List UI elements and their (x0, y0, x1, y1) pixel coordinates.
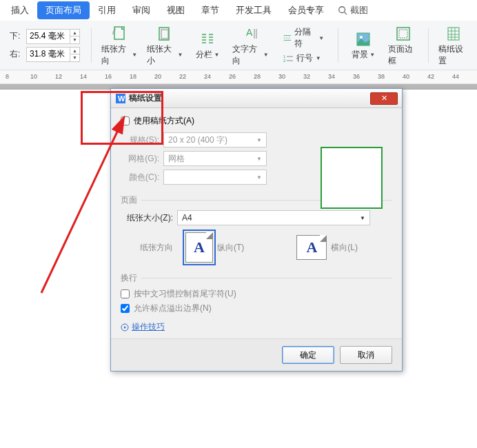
ruler-tick: 28 (254, 73, 261, 80)
text-direction-label: 文字方向 (232, 43, 261, 67)
svg-rect-4 (161, 30, 168, 39)
spec-select[interactable]: 20 x 20 (400 字)▼ (163, 132, 267, 147)
margin-right-input[interactable] (27, 50, 70, 59)
grid-value: 网格 (168, 153, 185, 165)
portrait-icon: A (185, 232, 213, 263)
section-page-label: 页面 (121, 194, 137, 206)
ribbon-separator (428, 28, 429, 63)
dialog-titlebar[interactable]: W 稿纸设置 ✕ (111, 89, 402, 108)
ruler-tick: 24 (204, 73, 211, 80)
text-direction-icon: A (241, 24, 261, 43)
svg-text:W: W (118, 94, 125, 103)
menu-insert[interactable]: 插入 (3, 1, 37, 19)
ok-button[interactable]: 确定 (282, 346, 334, 364)
paper-size-icon (155, 24, 174, 43)
manuscript-label: 稿纸设置 (438, 43, 469, 67)
manuscript-preview (321, 147, 383, 209)
menu-chapter[interactable]: 章节 (193, 1, 227, 19)
use-manuscript-checkbox[interactable] (121, 116, 130, 125)
cjk-wrap-label: 按中文习惯控制首尾字符(U) (134, 288, 236, 300)
close-button[interactable]: ✕ (370, 92, 398, 105)
horizontal-ruler: 810121416182022242628303234363840424446 (0, 70, 477, 84)
menu-page-layout[interactable]: 页面布局 (37, 1, 90, 19)
svg-text:A: A (246, 27, 253, 38)
spec-label: 规格(S): (121, 134, 159, 146)
margin-bottom-input[interactable] (27, 32, 70, 41)
dialog-icon: W (115, 93, 126, 104)
punct-overflow-checkbox[interactable] (121, 304, 130, 313)
paper-size-button[interactable]: 纸张大小▼ (144, 23, 185, 68)
paper-orientation-icon (110, 24, 129, 43)
background-label: 背景 (352, 49, 368, 61)
ruler-tick: 22 (179, 73, 186, 80)
paper-size-label: 纸张大小(Z): (121, 212, 173, 224)
columns-icon (198, 30, 217, 49)
ruler-tick: 20 (154, 73, 161, 80)
menu-references[interactable]: 引用 (90, 1, 124, 19)
background-icon (354, 30, 373, 49)
menu-dev-tools[interactable]: 开发工具 (227, 1, 280, 19)
chevron-down-icon: ▼ (263, 52, 269, 58)
use-manuscript-label: 使用稿纸方式(A) (134, 115, 194, 127)
chevron-down-icon: ▼ (214, 52, 219, 58)
menu-review[interactable]: 审阅 (124, 1, 159, 19)
ruler-tick: 32 (303, 73, 310, 80)
manuscript-settings-dialog: W 稿纸设置 ✕ 使用稿纸方式(A) 规格(S): 20 x 20 (400 字… (110, 88, 403, 371)
ruler-tick: 18 (130, 73, 136, 80)
margin-bottom-label: 下: (10, 30, 26, 42)
page-border-button[interactable]: 页面边框 (385, 23, 421, 68)
line-number-icon: 12 (283, 54, 294, 63)
ribbon: 下: ▲▼ 右: ▲▼ 纸张方向▼ 纸张大小▼ 分栏▼ A 文字方向▼ (0, 21, 477, 70)
background-button[interactable]: 背景▼ (345, 28, 381, 62)
tips-link[interactable]: 操作技巧 (121, 321, 392, 333)
manuscript-button[interactable]: 稿纸设置 (436, 23, 471, 68)
menu-bar: 插入 页面布局 引用 审阅 视图 章节 开发工具 会员专享 截图 (0, 0, 477, 21)
portrait-option[interactable]: A 纵向(T) (185, 232, 244, 263)
ruler-tick: 40 (403, 73, 409, 80)
spinner-up-icon[interactable]: ▲ (70, 48, 79, 54)
manuscript-icon (444, 24, 463, 43)
ruler-tick: 10 (30, 73, 37, 80)
close-icon: ✕ (381, 94, 387, 103)
menu-view[interactable]: 视图 (159, 1, 193, 19)
tips-label: 操作技巧 (132, 321, 165, 333)
ruler-tick: 14 (80, 73, 87, 80)
chevron-down-icon: ▼ (316, 55, 321, 61)
section-wrap-label: 换行 (121, 272, 137, 284)
page-border-label: 页面边框 (388, 43, 418, 67)
spinner-up-icon[interactable]: ▲ (70, 30, 79, 37)
spinner-down-icon[interactable]: ▼ (70, 54, 79, 61)
chevron-down-icon: ▼ (360, 215, 365, 221)
margin-right-label: 右: (10, 48, 26, 60)
chevron-down-icon: ▼ (132, 52, 137, 58)
cjk-wrap-checkbox[interactable] (121, 289, 130, 298)
grid-select[interactable]: 网格▼ (163, 151, 267, 166)
separator-button[interactable]: 分隔符▼ (280, 25, 327, 51)
margin-bottom-spinner[interactable]: ▲▼ (26, 29, 80, 44)
ribbon-separator (91, 28, 92, 63)
landscape-icon: A (296, 235, 327, 260)
margin-right-spinner[interactable]: ▲▼ (26, 47, 80, 62)
cancel-button[interactable]: 取消 (340, 346, 392, 364)
dialog-title: 稿纸设置 (129, 92, 162, 104)
punct-overflow-label: 允许标点溢出边界(N) (134, 303, 212, 314)
paper-orientation-button[interactable]: 纸张方向▼ (99, 23, 140, 68)
text-direction-button[interactable]: A 文字方向▼ (230, 23, 271, 68)
paper-size-select[interactable]: A4▼ (177, 210, 370, 225)
margin-group: 下: ▲▼ 右: ▲▼ (6, 28, 84, 63)
ruler-tick: 8 (6, 73, 9, 80)
color-select[interactable]: ▼ (163, 170, 267, 185)
search-placeholder: 截图 (350, 4, 368, 17)
search-box[interactable]: 截图 (338, 4, 368, 17)
portrait-label: 纵向(T) (217, 242, 244, 254)
spinner-down-icon[interactable]: ▼ (70, 37, 79, 43)
svg-text:2: 2 (283, 59, 286, 63)
play-icon (121, 323, 129, 332)
ribbon-separator (338, 28, 338, 63)
columns-button[interactable]: 分栏▼ (190, 28, 225, 62)
paper-size-label: 纸张大小 (147, 43, 176, 67)
menu-vip[interactable]: 会员专享 (280, 1, 332, 19)
line-number-button[interactable]: 12 行号▼ (280, 51, 327, 65)
landscape-option[interactable]: A 横向(L) (296, 235, 358, 260)
ruler-tick: 12 (55, 73, 62, 80)
